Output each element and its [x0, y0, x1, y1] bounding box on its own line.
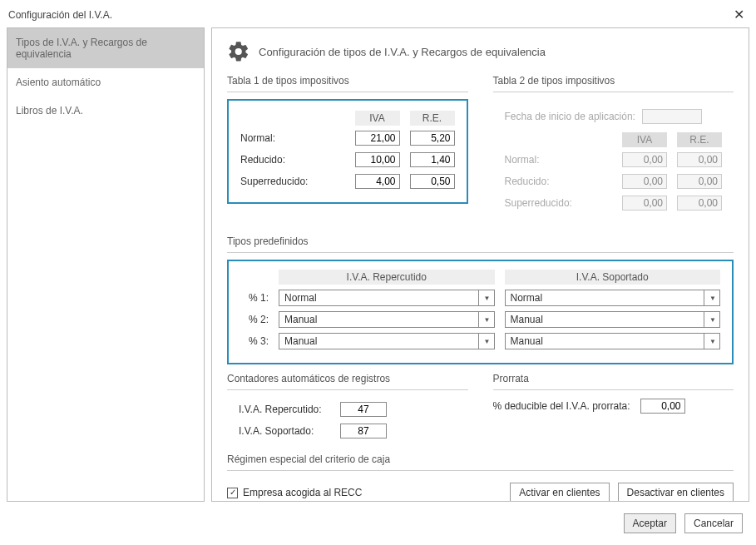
tabla1-reducido-re[interactable] [410, 152, 455, 167]
tabla2-col-iva: IVA [622, 132, 667, 147]
predef-row3-sop-select[interactable]: Manual▼ [505, 333, 721, 349]
tabla2-superreducido-label: Superreducido: [505, 197, 613, 209]
tabla2-reducido-label: Reducido: [505, 176, 613, 187]
tabla1-reducido-label: Reducido: [240, 154, 345, 166]
tax-tables-row: Tabla 1 de tipos impositivos IVA R.E. No… [227, 72, 734, 224]
prorrata-section: Prorrata % deducible del I.V.A. prorrata… [493, 369, 734, 445]
prorrata-input[interactable] [640, 399, 685, 414]
tabla1-superreducido-re[interactable] [410, 174, 455, 189]
tabla1-col-re: R.E. [410, 111, 455, 126]
gear-icon [227, 40, 250, 63]
contadores-title: Contadores automáticos de registros [227, 369, 468, 390]
tabla2-section: Tabla 2 de tipos impositivos Fecha de in… [493, 72, 734, 224]
tabla2-col-re: R.E. [677, 132, 722, 147]
tabla1-reducido-iva[interactable] [355, 152, 400, 167]
tabla2-reducido-iva [622, 174, 667, 189]
predef-header-rep: I.V.A. Repercutido [279, 270, 495, 285]
recc-checkbox[interactable]: ✓ [227, 488, 238, 498]
tabla1-col-iva: IVA [355, 111, 400, 126]
main-panel: Configuración de tipos de I.V.A. y Recar… [211, 27, 749, 502]
client-area: Tipos de I.V.A. y Recargos de equivalenc… [0, 27, 756, 508]
predef-row1-rep-select[interactable]: Normal▼ [279, 290, 495, 306]
sidebar-item-label: Libros de I.V.A. [16, 105, 83, 116]
sidebar-item-asiento[interactable]: Asiento automático [7, 68, 204, 97]
chevron-down-icon: ▼ [704, 312, 716, 327]
counters-prorrata-row: Contadores automáticos de registros I.V.… [227, 369, 734, 445]
contadores-section: Contadores automáticos de registros I.V.… [227, 369, 468, 445]
tabla1-normal-iva[interactable] [355, 131, 400, 146]
regimen-title: Régimen especial del criterio de caja [227, 450, 734, 471]
aceptar-button[interactable]: Aceptar [624, 513, 676, 533]
footer-buttons: Aceptar Cancelar [0, 508, 756, 533]
tabla2-normal-label: Normal: [505, 154, 613, 166]
tabla2-fecha-label: Fecha de inicio de aplicación: [505, 111, 635, 122]
contadores-sop-label: I.V.A. Soportado: [239, 425, 330, 437]
tabla2-box: Fecha de inicio de aplicación: IVA R.E. … [493, 99, 734, 224]
chevron-down-icon: ▼ [478, 312, 491, 327]
tabla2-title: Tabla 2 de tipos impositivos [493, 72, 734, 92]
prorrata-label: % deducible del I.V.A. prorrata: [493, 400, 630, 412]
tabla1-section: Tabla 1 de tipos impositivos IVA R.E. No… [227, 72, 468, 224]
page-header: Configuración de tipos de I.V.A. y Recar… [227, 40, 734, 63]
titlebar: Configuración del I.V.A. ✕ [0, 0, 756, 27]
sidebar-item-label: Tipos de I.V.A. y Recargos de equivalenc… [16, 37, 147, 60]
recc-checkbox-label: Empresa acogida al RECC [243, 487, 362, 498]
tabla2-normal-iva [622, 152, 667, 167]
desactivar-clientes-button[interactable]: Desactivar en clientes [618, 483, 734, 502]
tabla2-superreducido-iva [622, 196, 667, 211]
recc-checkbox-row[interactable]: ✓ Empresa acogida al RECC [227, 487, 362, 498]
window-title: Configuración del I.V.A. [8, 9, 112, 21]
page-title: Configuración de tipos de I.V.A. y Recar… [259, 46, 546, 58]
predef-title: Tipos predefinidos [227, 232, 734, 253]
regimen-section: Régimen especial del criterio de caja ✓ … [227, 450, 734, 502]
sidebar: Tipos de I.V.A. y Recargos de equivalenc… [7, 27, 205, 502]
tabla2-superreducido-re [677, 196, 722, 211]
tabla1-normal-label: Normal: [240, 132, 345, 144]
predef-row3-rep-select[interactable]: Manual▼ [279, 333, 495, 349]
close-icon[interactable]: ✕ [730, 7, 748, 22]
cancelar-button[interactable]: Cancelar [684, 513, 743, 533]
tabla1-superreducido-iva[interactable] [355, 174, 400, 189]
predef-row2-sop-select[interactable]: Manual▼ [505, 311, 721, 328]
contadores-rep-input[interactable] [340, 402, 387, 417]
predef-row1-label: % 1: [240, 292, 269, 304]
contadores-sop-input[interactable] [340, 424, 387, 438]
predef-row2-label: % 2: [240, 314, 269, 325]
predef-box: I.V.A. Repercutido I.V.A. Soportado % 1:… [227, 260, 734, 364]
predef-row2-rep-select[interactable]: Manual▼ [279, 311, 495, 328]
sidebar-item-label: Asiento automático [16, 77, 101, 88]
tabla2-reducido-re [677, 174, 722, 189]
tabla1-superreducido-label: Superreducido: [240, 176, 345, 187]
sidebar-item-tipos-iva[interactable]: Tipos de I.V.A. y Recargos de equivalenc… [7, 28, 204, 68]
chevron-down-icon: ▼ [704, 290, 716, 305]
chevron-down-icon: ▼ [478, 290, 491, 305]
predef-row3-label: % 3: [240, 335, 269, 347]
predef-section: Tipos predefinidos I.V.A. Repercutido I.… [227, 232, 734, 364]
activar-clientes-button[interactable]: Activar en clientes [510, 483, 609, 502]
prorrata-title: Prorrata [493, 369, 734, 390]
contadores-rep-label: I.V.A. Repercutido: [239, 404, 330, 415]
tabla2-fecha-input[interactable] [642, 109, 702, 124]
tabla2-normal-re [677, 152, 722, 167]
sidebar-item-libros[interactable]: Libros de I.V.A. [7, 97, 204, 125]
predef-header-sop: I.V.A. Soportado [505, 270, 721, 285]
tabla1-normal-re[interactable] [410, 131, 455, 146]
chevron-down-icon: ▼ [704, 334, 716, 349]
predef-row1-sop-select[interactable]: Normal▼ [505, 290, 721, 306]
chevron-down-icon: ▼ [478, 334, 491, 349]
tabla1-title: Tabla 1 de tipos impositivos [227, 72, 468, 92]
tabla1-box: IVA R.E. Normal: Reducido: Superre [227, 99, 468, 204]
